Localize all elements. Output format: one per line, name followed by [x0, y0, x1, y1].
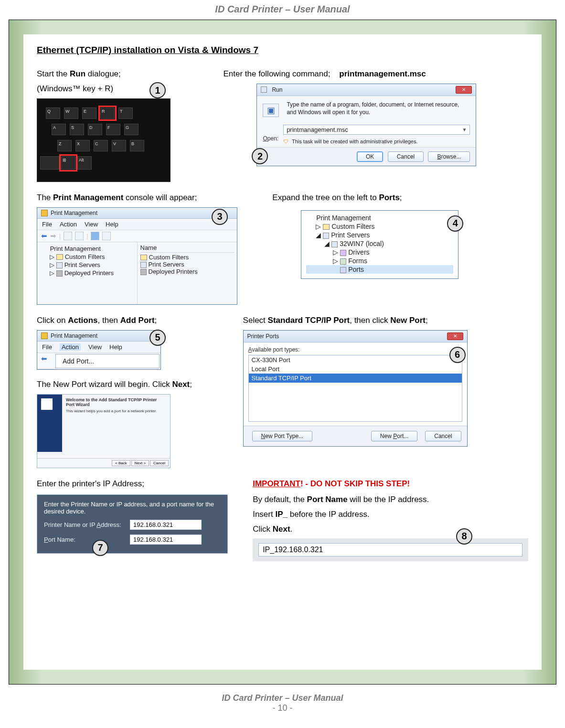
step7-addr-intro: Enter the printer's IP Address;	[37, 479, 243, 490]
ip-address-wizard: Enter the Printer Name or IP address, an…	[37, 494, 228, 554]
new-port-wizard: Welcome to the Add Standard TCP/IP Print…	[37, 394, 171, 468]
port-name-result: IP_192.168.0.321	[253, 538, 528, 561]
back-icon[interactable]: ⬅	[41, 232, 47, 240]
ok-button[interactable]: OK	[357, 151, 383, 162]
step4-text: Expand the tree on the left to Ports;	[272, 193, 528, 203]
keyboard-image: Q W E R T A S D F G Z X C V B ⊞	[37, 98, 171, 182]
step1-text: Start the Run dialogue;	[37, 69, 213, 80]
printmgmt-icon	[41, 210, 48, 216]
available-ports-label: Available port types:	[248, 346, 462, 353]
printmgmt-icon	[41, 332, 48, 339]
printer-name-input[interactable]	[130, 520, 202, 530]
nav-tree[interactable]: Print Management ▷ Custom Filters ▷ Prin…	[40, 244, 134, 277]
printer-ports-title: Printer Ports	[247, 333, 279, 340]
step4-badge: 4	[447, 215, 463, 232]
page-frame: Ethernet (TCP/IP) installation on Vista …	[9, 20, 556, 685]
run-hint: Type the name of a program, folder, docu…	[287, 101, 470, 116]
step8-badge: 8	[456, 528, 472, 545]
step1-badge: 1	[149, 82, 166, 98]
printer-ports-dialog: Printer Ports✕ Available port types: CX-…	[243, 330, 468, 447]
step7-intro: The New Port wizard will begin. Click Ne…	[37, 379, 234, 390]
chevron-down-icon[interactable]: ▼	[462, 127, 467, 132]
browse-button[interactable]: Browse...	[428, 151, 470, 162]
step6-text: Select Standard TCP/IP Port, then click …	[243, 315, 528, 326]
run-app-icon: ▣	[263, 104, 279, 117]
page-header: ID Card Printer – User Manual	[0, 0, 565, 20]
step3-text: The Print Management console will appear…	[37, 193, 263, 203]
shield-icon: 🛡	[283, 139, 288, 144]
step2-text: Enter the following command; printmanage…	[223, 69, 528, 80]
column-header: Name	[140, 244, 235, 253]
run-dialog: Run ✕ ▣ Type the name of a program, fold…	[256, 84, 476, 166]
step5-text: Click on Actions, then Add Port;	[37, 315, 234, 326]
action-menu-window: Print Management FileActionViewHelp ⬅ Ad…	[37, 330, 161, 370]
run-title: Run	[272, 86, 282, 93]
page-footer: ID Card Printer – User Manual - 10 -	[0, 685, 565, 720]
new-port-button[interactable]: New Port...	[371, 431, 417, 441]
forward-icon: ➡	[50, 232, 56, 240]
step8-line1: By default, the Port Name will be the IP…	[253, 494, 528, 505]
step1-subtext: (Windows™ key + R)	[37, 84, 213, 95]
add-port-menuitem[interactable]: Add Port...	[55, 354, 160, 368]
port-name-label: Port Name:	[44, 536, 125, 543]
print-management-title: Print Management	[51, 210, 97, 216]
step7-badge: 7	[92, 540, 108, 556]
cancel-button[interactable]: Cancel	[388, 151, 424, 162]
new-port-type-button[interactable]: New Port Type...	[252, 431, 313, 441]
menu-bar[interactable]: FileActionViewHelp	[37, 219, 237, 230]
next-button[interactable]: Next >	[131, 460, 149, 466]
step8-line3: Click Next.	[253, 524, 528, 535]
privilege-text: This task will be created with administr…	[292, 139, 418, 144]
toolbar-icon[interactable]	[64, 232, 72, 240]
wizard-title: Welcome to the Add Standard TCP/IP Print…	[66, 397, 157, 407]
addr-header: Enter the Printer Name or IP address, an…	[44, 501, 221, 515]
step6-badge: 6	[449, 347, 466, 363]
open-label: Open:	[263, 125, 278, 144]
content-area: Ethernet (TCP/IP) installation on Vista …	[23, 34, 542, 670]
port-types-list[interactable]: CX-330N Port Local Port Standard TCP/IP …	[248, 355, 462, 422]
win-key-highlight	[59, 154, 77, 171]
help-icon[interactable]	[91, 232, 99, 240]
printer-name-label: Printer Name or IP Address:	[44, 521, 125, 528]
step5-badge: 5	[149, 330, 166, 346]
ports-tree-window: Print Management ▷ Custom Filters ◢ Prin…	[301, 210, 458, 279]
menu-bar[interactable]: FileActionViewHelp	[37, 342, 160, 353]
port-name-value[interactable]: IP_192.168.0.321	[258, 543, 522, 557]
close-icon[interactable]: ✕	[456, 86, 472, 94]
ports-tree[interactable]: Print Management ▷ Custom Filters ◢ Prin…	[306, 214, 453, 274]
section-title: Ethernet (TCP/IP) installation on Vista …	[37, 45, 528, 55]
back-icon[interactable]: ⬅	[41, 354, 47, 363]
print-management-window: Print Management FileActionViewHelp ⬅ ➡ …	[37, 207, 237, 305]
important-warning: IMPORTANT! - DO NOT SKIP THIS STEP!	[253, 479, 528, 490]
close-icon[interactable]: ✕	[447, 332, 463, 340]
open-input[interactable]: printmanagement.msc	[287, 126, 348, 133]
step8-line2: Insert IP_ before the IP address.	[253, 509, 528, 520]
cancel-button[interactable]: Cancel	[425, 431, 461, 441]
run-icon	[261, 86, 267, 93]
page-number: - 10 -	[0, 703, 565, 713]
port-name-input[interactable]	[130, 535, 202, 545]
step3-badge: 3	[212, 209, 228, 225]
